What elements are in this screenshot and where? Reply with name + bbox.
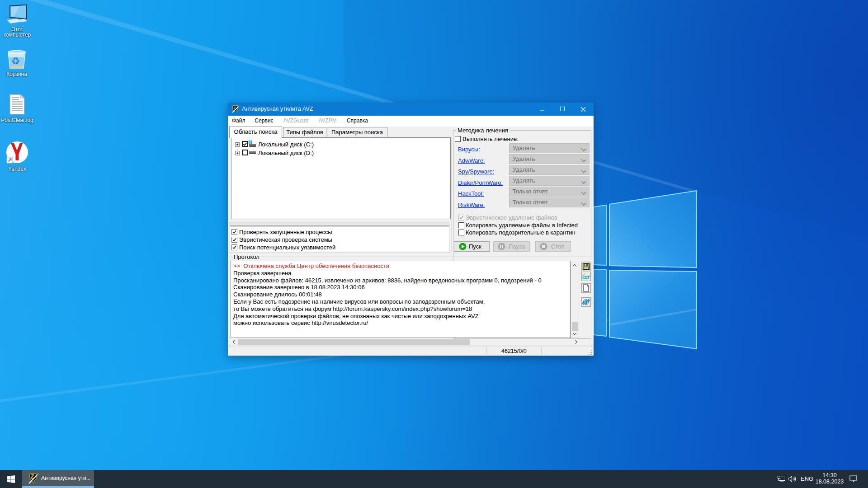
svg-text:♻: ♻ (11, 56, 20, 66)
